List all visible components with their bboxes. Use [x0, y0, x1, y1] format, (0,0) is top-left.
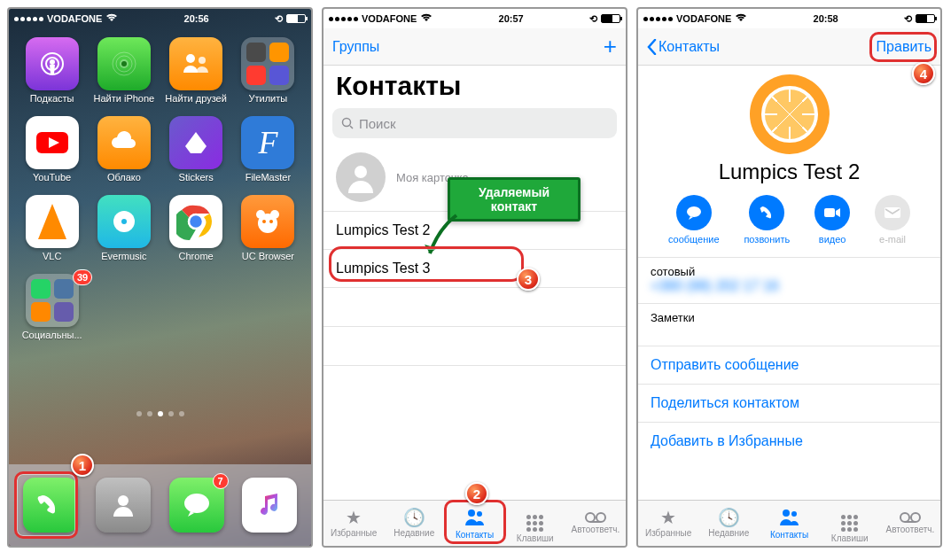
- empty-row: [323, 366, 626, 405]
- svg-point-21: [184, 494, 209, 513]
- svg-point-16: [256, 210, 265, 219]
- app-evermusic[interactable]: Evermusic: [88, 195, 160, 261]
- dock-contacts-app[interactable]: [96, 478, 151, 533]
- app-cloud[interactable]: Облако: [88, 116, 160, 183]
- action-call[interactable]: позвонить: [744, 195, 790, 245]
- signal-icon: [14, 17, 43, 21]
- clock: 20:58: [814, 13, 838, 24]
- app-uc-browser[interactable]: UC Browser: [232, 195, 304, 261]
- stickers-icon: [169, 116, 222, 169]
- svg-point-33: [783, 509, 790, 517]
- action-email: e-mail: [875, 195, 910, 245]
- tab-contacts[interactable]: Контакты: [444, 501, 504, 546]
- battery-icon: [286, 14, 306, 23]
- phone-label: сотовый: [651, 265, 928, 278]
- app-find-iphone[interactable]: Найти iPhone: [88, 37, 160, 104]
- page-title: Контакты: [323, 66, 626, 108]
- app-stickers[interactable]: Stickers: [160, 116, 232, 183]
- avatar-placeholder-icon: [336, 152, 386, 202]
- svg-point-7: [186, 54, 195, 63]
- edit-button[interactable]: Править: [877, 39, 931, 55]
- youtube-icon: [26, 116, 79, 169]
- tab-keypad[interactable]: Клавиши: [820, 501, 880, 546]
- share-contact-row[interactable]: Поделиться контактом: [638, 385, 940, 423]
- screenshot-home-screen: VODAFONE 20:56 ⟲ Подкасты Найти iPhone: [7, 7, 313, 548]
- contacts-dock-icon: [96, 478, 151, 533]
- dock-music-app[interactable]: [242, 478, 297, 533]
- tab-contacts[interactable]: Контакты: [759, 501, 819, 546]
- app-chrome[interactable]: Chrome: [160, 195, 232, 261]
- app-label: Найти друзей: [165, 93, 227, 104]
- search-icon: [341, 117, 354, 129]
- contact-row-lumpics-3[interactable]: Lumpics Test 3: [323, 250, 626, 288]
- app-filemaster[interactable]: F FileMaster: [232, 116, 304, 183]
- tab-recents[interactable]: 🕓Недавние: [698, 501, 759, 546]
- keypad-icon: [526, 504, 543, 532]
- notes-label: Заметки: [651, 311, 928, 324]
- tab-keypad[interactable]: Клавиши: [505, 501, 565, 546]
- svg-point-25: [468, 509, 475, 517]
- app-label: Stickers: [179, 172, 214, 183]
- app-label: Подкасты: [30, 93, 74, 104]
- dock-messages-app[interactable]: 7: [169, 478, 224, 533]
- video-icon: [814, 195, 850, 230]
- app-youtube[interactable]: YouTube: [16, 116, 88, 183]
- action-message[interactable]: сообщение: [668, 195, 720, 245]
- cloud-icon: [97, 116, 151, 169]
- svg-point-26: [477, 511, 482, 517]
- action-video[interactable]: видео: [814, 195, 850, 245]
- app-utilities-folder[interactable]: Утилиты: [232, 37, 304, 104]
- back-button[interactable]: Контакты: [647, 39, 720, 55]
- phone-field[interactable]: сотовый +380 (98) 202 17 16: [638, 258, 940, 304]
- email-icon: [875, 195, 910, 230]
- app-label: Утилиты: [249, 93, 288, 104]
- phone-value: +380 (98) 202 17 16: [651, 278, 928, 294]
- tab-voicemail[interactable]: Автоответч.: [880, 501, 940, 546]
- carrier-label: VODAFONE: [47, 13, 102, 24]
- star-icon: ★: [346, 509, 362, 526]
- evermusic-icon: [97, 195, 151, 248]
- search-placeholder: Поиск: [359, 116, 396, 131]
- phone-icon: [23, 478, 78, 533]
- app-podcasts[interactable]: Подкасты: [16, 37, 88, 104]
- app-label: UC Browser: [242, 251, 294, 261]
- badge: 39: [73, 269, 92, 285]
- keypad-icon: [841, 504, 858, 532]
- app-find-friends[interactable]: Найти друзей: [160, 37, 232, 104]
- message-icon: [676, 195, 712, 230]
- app-label: YouTube: [33, 172, 71, 183]
- svg-point-11: [121, 219, 127, 224]
- music-icon: [242, 478, 297, 533]
- svg-point-28: [596, 513, 605, 522]
- clock: 20:56: [184, 13, 209, 24]
- send-message-row[interactable]: Отправить сообщение: [638, 346, 940, 385]
- svg-point-30: [687, 206, 701, 217]
- clock-icon: 🕓: [403, 509, 425, 526]
- status-bar: VODAFONE 20:57 ⟲: [323, 9, 626, 28]
- add-favorite-row[interactable]: Добавить в Избранные: [638, 423, 940, 460]
- app-social-folder[interactable]: 39 Социальны...: [16, 274, 88, 340]
- podcasts-icon: [26, 37, 79, 90]
- notes-field[interactable]: Заметки: [638, 304, 940, 346]
- groups-button[interactable]: Группы: [332, 39, 379, 55]
- page-indicator[interactable]: [9, 411, 311, 416]
- tab-voicemail[interactable]: Автоответч.: [565, 501, 626, 546]
- app-vlc[interactable]: VLC: [16, 195, 88, 261]
- tab-recents[interactable]: 🕓Недавние: [384, 501, 444, 546]
- screenshot-contacts-list: VODAFONE 20:57 ⟲ Группы + Контакты Поиск…: [322, 7, 627, 548]
- svg-point-22: [343, 119, 351, 127]
- nav-bar: Контакты Править: [638, 28, 940, 66]
- signal-icon: [643, 17, 673, 21]
- dock-phone-app[interactable]: [23, 478, 78, 533]
- search-input[interactable]: Поиск: [332, 108, 617, 138]
- clock-icon: 🕓: [718, 509, 740, 526]
- app-label: VLC: [43, 251, 61, 261]
- tab-favorites[interactable]: ★Избранные: [638, 501, 698, 546]
- filemaster-icon: F: [241, 116, 294, 169]
- annotation-callout: Удаляемый контакт: [448, 177, 581, 222]
- add-contact-button[interactable]: +: [604, 33, 617, 60]
- wifi-icon: [105, 13, 118, 24]
- tab-favorites[interactable]: ★Избранные: [323, 501, 384, 546]
- status-bar: VODAFONE 20:58 ⟲: [638, 9, 940, 28]
- annotation-number-3: 3: [517, 268, 540, 291]
